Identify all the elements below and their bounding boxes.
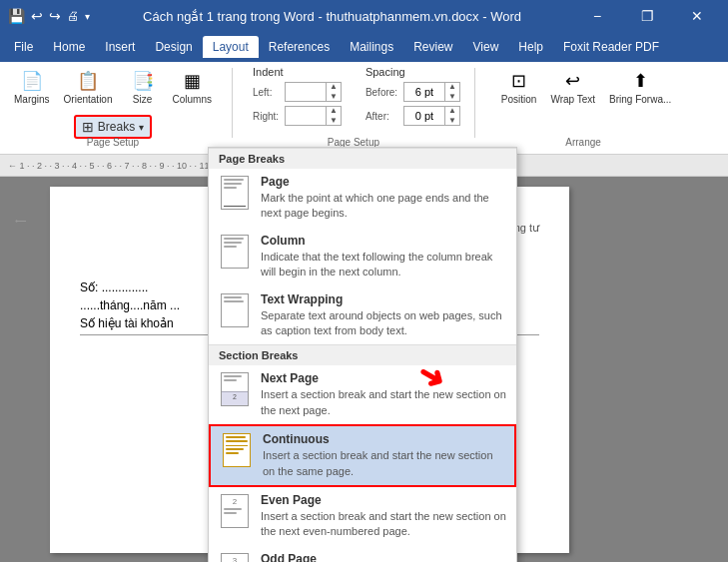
spacing-before-spinner[interactable]: 6 pt ▲ ▼ (403, 82, 460, 102)
menu-references[interactable]: References (259, 36, 340, 58)
odd-page-break-text: Odd Page Insert a section break and star… (261, 552, 506, 562)
text-wrapping-break-item[interactable]: Text Wrapping Separate text around objec… (209, 286, 516, 345)
text-wrapping-break-text: Text Wrapping Separate text around objec… (261, 292, 506, 339)
columns-button[interactable]: ▦ Columns (167, 66, 218, 109)
position-button[interactable]: ⊡ Position (495, 66, 543, 109)
window-title: Cách ngắt 1 trang trong Word - thuthuatp… (90, 9, 574, 24)
margin-marker: ⟵ (15, 217, 26, 226)
page-break-item[interactable]: Page Mark the point at which one page en… (209, 169, 516, 228)
restore-button[interactable]: ❐ (624, 0, 670, 32)
continuous-break-icon (221, 432, 253, 468)
column-break-text: Column Indicate that the text following … (261, 234, 506, 281)
minimize-button[interactable]: − (574, 0, 620, 32)
even-page-break-text: Even Page Insert a section break and sta… (261, 493, 506, 540)
breaks-dropdown-menu: Page Breaks Page Mark the point at which… (208, 147, 517, 562)
position-icon: ⊡ (511, 70, 526, 92)
spacing-label: Spacing (365, 66, 460, 78)
page-breaks-header: Page Breaks (209, 148, 516, 169)
orientation-icon: 📋 (77, 70, 99, 92)
next-page-break-icon: 2 (219, 371, 251, 407)
title-bar: 💾 ↩ ↪ 🖨 ▾ Cách ngắt 1 trang trong Word -… (0, 0, 728, 32)
menu-foxit[interactable]: Foxit Reader PDF (553, 36, 669, 58)
indent-left-up[interactable]: ▲ (327, 82, 341, 92)
indent-label: Indent (253, 66, 342, 78)
redo-icon[interactable]: ↪ (49, 8, 61, 24)
spacing-after-spinner[interactable]: 0 pt ▲ ▼ (403, 106, 460, 126)
indent-right-arrows: ▲ ▼ (326, 106, 341, 126)
continuous-break-item[interactable]: Continuous Insert a section break and st… (209, 424, 516, 487)
text-wrapping-break-icon (219, 292, 251, 328)
after-label: After: (365, 111, 399, 122)
menu-bar: File Home Insert Design Layout Reference… (0, 32, 728, 62)
page-break-text: Page Mark the point at which one page en… (261, 175, 506, 222)
menu-view[interactable]: View (463, 36, 509, 58)
spacing-after-down[interactable]: ▼ (445, 116, 459, 126)
close-button[interactable]: ✕ (674, 0, 720, 32)
left-label: Left: (253, 87, 281, 98)
even-page-break-item[interactable]: 2 Even Page Insert a section break and s… (209, 487, 516, 546)
arrange-label: Arrange (489, 137, 677, 148)
margins-button[interactable]: 📄 Margins (8, 66, 56, 109)
indent-right-spinner[interactable]: ▲ ▼ (285, 106, 342, 126)
orientation-button[interactable]: 📋 Orientation (58, 66, 119, 109)
menu-review[interactable]: Review (403, 36, 462, 58)
breaks-button[interactable]: ⊞ Breaks ▾ (74, 115, 152, 139)
indent-left-arrows: ▲ ▼ (326, 82, 341, 102)
left-margin: ⟵ (10, 187, 30, 553)
odd-page-break-icon: 3 (219, 552, 251, 562)
menu-layout[interactable]: Layout (203, 36, 259, 58)
right-label: Right: (253, 111, 281, 122)
breaks-dropdown-arrow: ▾ (139, 122, 144, 133)
menu-insert[interactable]: Insert (95, 36, 145, 58)
page-break-icon (219, 175, 251, 211)
size-icon: 📑 (132, 70, 154, 92)
wrap-text-icon: ↩ (565, 70, 580, 92)
even-page-break-icon: 2 (219, 493, 251, 529)
column-break-icon (219, 234, 251, 270)
indent-right-up[interactable]: ▲ (327, 106, 341, 116)
indent-left-spinner[interactable]: ▲ ▼ (285, 82, 342, 102)
menu-design[interactable]: Design (145, 36, 202, 58)
next-page-break-item[interactable]: ➜ 2 Next Page Insert a section break and… (209, 365, 516, 424)
window-controls: − ❐ ✕ (574, 0, 720, 32)
spacing-after-up[interactable]: ▲ (445, 106, 459, 116)
indent-spacing-section: Indent Left: ▲ ▼ Right: (247, 66, 460, 148)
column-break-item[interactable]: Column Indicate that the text following … (209, 228, 516, 286)
columns-icon: ▦ (184, 70, 201, 92)
spacing-before-arrows: ▲ ▼ (444, 82, 459, 102)
page-setup-section: 📄 Margins 📋 Orientation 📑 Size ▦ Columns (8, 66, 218, 148)
arrange-section: ⊡ Position ↩ Wrap Text ⬆ Bring Forwa... … (489, 66, 677, 148)
print-icon[interactable]: 🖨 (67, 9, 79, 23)
save-icon[interactable]: 💾 (8, 8, 25, 24)
section-divider-1 (232, 68, 233, 138)
next-page-break-text: Next Page Insert a section break and sta… (261, 371, 506, 418)
odd-page-break-item[interactable]: 3 Odd Page Insert a section break and st… (209, 546, 516, 562)
margins-icon: 📄 (21, 70, 43, 92)
bring-forward-icon: ⬆ (633, 70, 648, 92)
page-setup-label: Page Setup (8, 137, 218, 148)
spacing-before-down[interactable]: ▼ (445, 92, 459, 102)
continuous-break-text: Continuous Insert a section break and st… (263, 432, 504, 479)
menu-file[interactable]: File (4, 36, 43, 58)
title-bar-left: 💾 ↩ ↪ 🖨 ▾ (8, 8, 90, 24)
spacing-before-value: 6 pt (404, 86, 444, 98)
spacing-after-arrows: ▲ ▼ (444, 106, 459, 126)
size-button[interactable]: 📑 Size (121, 66, 165, 109)
section-breaks-header: Section Breaks (209, 344, 516, 365)
spacing-before-up[interactable]: ▲ (445, 82, 459, 92)
indent-right-down[interactable]: ▼ (327, 116, 341, 126)
section-divider-2 (474, 68, 475, 138)
wrap-text-button[interactable]: ↩ Wrap Text (544, 66, 601, 109)
spacing-after-value: 0 pt (404, 110, 444, 122)
menu-mailings[interactable]: Mailings (340, 36, 403, 58)
breaks-icon: ⊞ (82, 119, 94, 135)
indent-left-down[interactable]: ▼ (327, 92, 341, 102)
menu-home[interactable]: Home (43, 36, 95, 58)
menu-help[interactable]: Help (508, 36, 553, 58)
undo-icon[interactable]: ↩ (31, 8, 43, 24)
breaks-label: Breaks (98, 120, 135, 134)
before-label: Before: (365, 87, 399, 98)
ribbon: 📄 Margins 📋 Orientation 📑 Size ▦ Columns (0, 62, 728, 155)
bring-forward-button[interactable]: ⬆ Bring Forwa... (603, 66, 677, 109)
